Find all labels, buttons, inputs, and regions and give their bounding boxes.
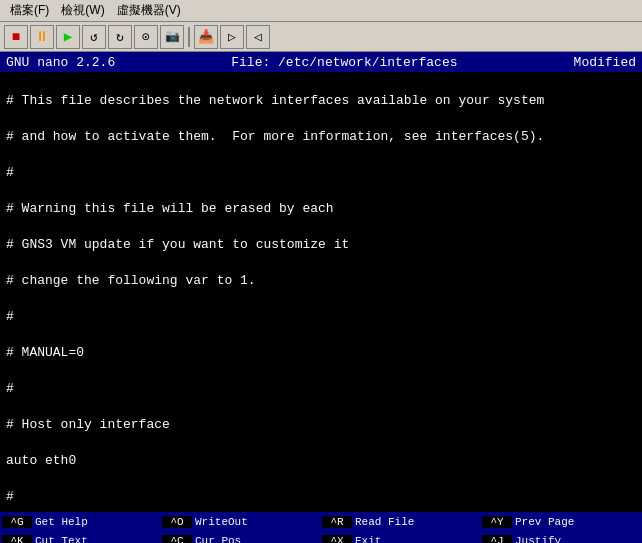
shortcut-key: ^C (162, 535, 192, 544)
nano-header: GNU nano 2.2.6 File: /etc/network/interf… (0, 52, 642, 72)
capture-button[interactable]: ⊙ (134, 25, 158, 49)
shortcut-label: Exit (355, 535, 381, 544)
line-12: # (6, 488, 636, 506)
shortcut-item[interactable]: ^RRead File (320, 512, 480, 531)
refresh-button[interactable]: ↺ (82, 25, 106, 49)
forward-button[interactable]: ▷ (220, 25, 244, 49)
line-9: # (6, 380, 636, 398)
shortcut-label: Cur Pos (195, 535, 241, 544)
shortcut-key: ^G (2, 516, 32, 528)
pause-button[interactable]: ⏸ (30, 25, 54, 49)
line-2: # and how to activate them. For more inf… (6, 128, 636, 146)
line-4: # Warning this file will be erased by ea… (6, 200, 636, 218)
line-6: # change the following var to 1. (6, 272, 636, 290)
shortcut-key: ^O (162, 516, 192, 528)
shortcut-label: Read File (355, 516, 414, 528)
shortcut-key: ^Y (482, 516, 512, 528)
line-10: # Host only interface (6, 416, 636, 434)
play-button[interactable]: ▶ (56, 25, 80, 49)
nano-filename: File: /etc/network/interfaces (115, 55, 573, 70)
shortcut-item[interactable]: ^OWriteOut (160, 512, 320, 531)
line-11: auto eth0 (6, 452, 636, 470)
import-button[interactable]: 📥 (194, 25, 218, 49)
menu-file[interactable]: 檔案(F) (4, 0, 55, 21)
menu-vm[interactable]: 虛擬機器(V) (111, 0, 187, 21)
shortcut-item[interactable]: ^KCut Text (0, 531, 160, 543)
shortcut-label: Justify (515, 535, 561, 544)
toolbar-separator (188, 27, 190, 47)
shortcut-item[interactable]: ^GGet Help (0, 512, 160, 531)
shortcut-label: Prev Page (515, 516, 574, 528)
editor[interactable]: # This file describes the network interf… (0, 72, 642, 512)
shortcut-item[interactable]: ^CCur Pos (160, 531, 320, 543)
shortcut-key: ^X (322, 535, 352, 544)
shortcut-item[interactable]: ^JJustify (480, 531, 640, 543)
shortcut-item[interactable]: ^XExit (320, 531, 480, 543)
shortcut-item[interactable]: ^YPrev Page (480, 512, 640, 531)
line-5: # GNS3 VM update if you want to customiz… (6, 236, 636, 254)
line-1: # This file describes the network interf… (6, 92, 636, 110)
nano-version: GNU nano 2.2.6 (6, 55, 115, 70)
menubar: 檔案(F) 檢視(W) 虛擬機器(V) (0, 0, 642, 22)
toolbar: ■ ⏸ ▶ ↺ ↻ ⊙ 📷 📥 ▷ ◁ (0, 22, 642, 52)
stop-button[interactable]: ■ (4, 25, 28, 49)
shortcut-key: ^R (322, 516, 352, 528)
back-button[interactable]: ◁ (246, 25, 270, 49)
shortcut-key: ^J (482, 535, 512, 544)
shortcut-label: Cut Text (35, 535, 88, 544)
shortcut-label: Get Help (35, 516, 88, 528)
menu-view[interactable]: 檢視(W) (55, 0, 110, 21)
shortcut-key: ^K (2, 535, 32, 544)
line-7: # (6, 308, 636, 326)
line-3: # (6, 164, 636, 182)
reload-button[interactable]: ↻ (108, 25, 132, 49)
shortcut-bar: ^GGet Help^OWriteOut^RRead File^YPrev Pa… (0, 512, 642, 543)
snapshot-button[interactable]: 📷 (160, 25, 184, 49)
shortcut-label: WriteOut (195, 516, 248, 528)
line-8: # MANUAL=0 (6, 344, 636, 362)
nano-status: Modified (574, 55, 636, 70)
